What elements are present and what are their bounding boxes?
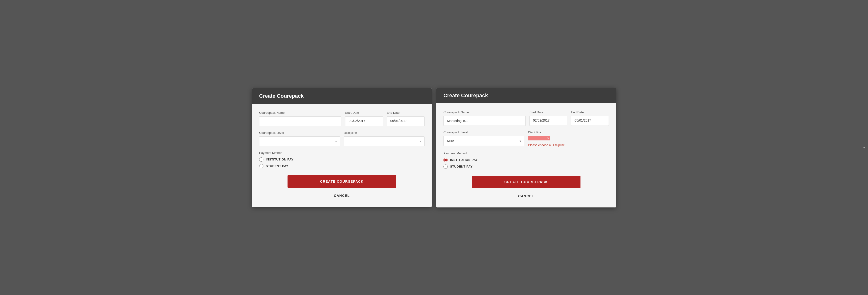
level-group-1: Coursepack Level Undergraduate Graduate … [259, 131, 340, 146]
institution-pay-label-1: INSTITUTION PAY [266, 158, 293, 161]
radio-group-1: INSTITUTION PAY STUDENT PAY [259, 157, 425, 168]
level-group-2: Coursepack Level Undergraduate Graduate … [443, 131, 524, 147]
end-date-value-2: 05/01/2017 [571, 116, 609, 126]
institution-pay-label-2: INSTITUTION PAY [450, 158, 478, 162]
start-date-group-2: Start Date 02/02/2017 [529, 110, 567, 126]
radio-group-2: INSTITUTION PAY STUDENT PAY [443, 158, 609, 169]
start-date-label-1: Start Date [345, 111, 383, 114]
payment-section-2: Payment Method INSTITUTION PAY STUDENT P… [443, 152, 609, 169]
end-date-label-1: End Date [387, 111, 425, 114]
modal-header-1: Create Courepack [252, 88, 432, 104]
student-pay-label-1: STUDENT PAY [266, 164, 288, 168]
discipline-label-1: Discipline [344, 131, 425, 134]
institution-pay-option-2[interactable]: INSTITUTION PAY [443, 158, 609, 162]
student-pay-radio-1[interactable] [259, 164, 264, 168]
level-select-2[interactable]: Undergraduate Graduate MBA PhD [443, 136, 524, 146]
payment-label-2: Payment Method [443, 152, 609, 155]
cancel-button-1[interactable]: CANCEL [259, 191, 425, 200]
form-row-1: Coursepack Name Start Date 02/02/2017 En… [259, 111, 425, 126]
modal-body-1: Coursepack Name Start Date 02/02/2017 En… [252, 104, 432, 207]
end-date-group-2: End Date 05/01/2017 [571, 110, 609, 126]
coursepack-name-group-1: Coursepack Name [259, 111, 341, 126]
institution-pay-radio-1[interactable] [259, 157, 264, 162]
discipline-error-2: Please choose a Discipline [528, 143, 609, 147]
start-date-label-2: Start Date [529, 110, 567, 114]
form-actions-2: CREATE COURSEPACK CANCEL [443, 176, 609, 200]
discipline-label-2: Discipline [528, 131, 609, 134]
end-date-value-1: 05/01/2017 [387, 116, 425, 126]
start-date-value-2: 02/02/2017 [529, 116, 567, 126]
discipline-select-wrapper-2: Arts Business Engineering Science Medici… [528, 136, 609, 140]
create-coursepack-button-1[interactable]: CREATE COURSEPACK [287, 175, 396, 188]
level-label-1: Coursepack Level [259, 131, 340, 134]
form-row-3: Coursepack Name Start Date 02/02/2017 En… [443, 110, 609, 126]
discipline-select-2[interactable]: Arts Business Engineering Science Medici… [528, 136, 550, 140]
cancel-button-2[interactable]: CANCEL [443, 192, 609, 200]
coursepack-name-input-1[interactable] [259, 116, 341, 126]
modal-create-coursepack-1: Create Courepack Coursepack Name Start D… [252, 88, 432, 207]
modal-header-2: Create Courepack [436, 88, 616, 103]
student-pay-radio-2[interactable] [443, 164, 448, 169]
level-select-wrapper-1: Undergraduate Graduate MBA PhD ∨ [259, 136, 340, 146]
modal-title-2: Create Courepack [443, 93, 609, 99]
form-actions-1: CREATE COURSEPACK CANCEL [259, 175, 425, 200]
coursepack-name-group-2: Coursepack Name [443, 110, 526, 126]
level-label-2: Coursepack Level [443, 131, 524, 134]
level-select-wrapper-2: Undergraduate Graduate MBA PhD ∨ [443, 136, 524, 146]
end-date-label-2: End Date [571, 110, 609, 114]
discipline-select-1[interactable]: Arts Business Engineering Science Medici… [344, 136, 425, 146]
discipline-select-wrapper-1: Arts Business Engineering Science Medici… [344, 136, 425, 146]
institution-pay-option-1[interactable]: INSTITUTION PAY [259, 157, 425, 162]
modal-title-1: Create Courepack [259, 93, 425, 99]
level-select-1[interactable]: Undergraduate Graduate MBA PhD [259, 136, 340, 146]
institution-pay-radio-2[interactable] [443, 158, 448, 162]
modal-body-2: Coursepack Name Start Date 02/02/2017 En… [436, 103, 616, 207]
form-row-4: Coursepack Level Undergraduate Graduate … [443, 131, 609, 147]
create-coursepack-button-2[interactable]: CREATE COURSEPACK [472, 176, 581, 188]
student-pay-label-2: STUDENT PAY [450, 165, 472, 168]
end-date-group-1: End Date 05/01/2017 [387, 111, 425, 126]
discipline-group-1: Discipline Arts Business Engineering Sci… [344, 131, 425, 146]
student-pay-option-1[interactable]: STUDENT PAY [259, 164, 425, 168]
coursepack-name-input-2[interactable] [443, 116, 526, 126]
form-row-2: Coursepack Level Undergraduate Graduate … [259, 131, 425, 146]
coursepack-name-label-2: Coursepack Name [443, 110, 526, 114]
start-date-group-1: Start Date 02/02/2017 [345, 111, 383, 126]
student-pay-option-2[interactable]: STUDENT PAY [443, 164, 609, 169]
start-date-value-1: 02/02/2017 [345, 116, 383, 126]
modal-create-coursepack-2: Create Courepack Coursepack Name Start D… [436, 88, 616, 207]
payment-label-1: Payment Method [259, 151, 425, 155]
payment-section-1: Payment Method INSTITUTION PAY STUDENT P… [259, 151, 425, 168]
discipline-container-2: Discipline Arts Business Engineering Sci… [528, 131, 609, 147]
coursepack-name-label-1: Coursepack Name [259, 111, 341, 114]
